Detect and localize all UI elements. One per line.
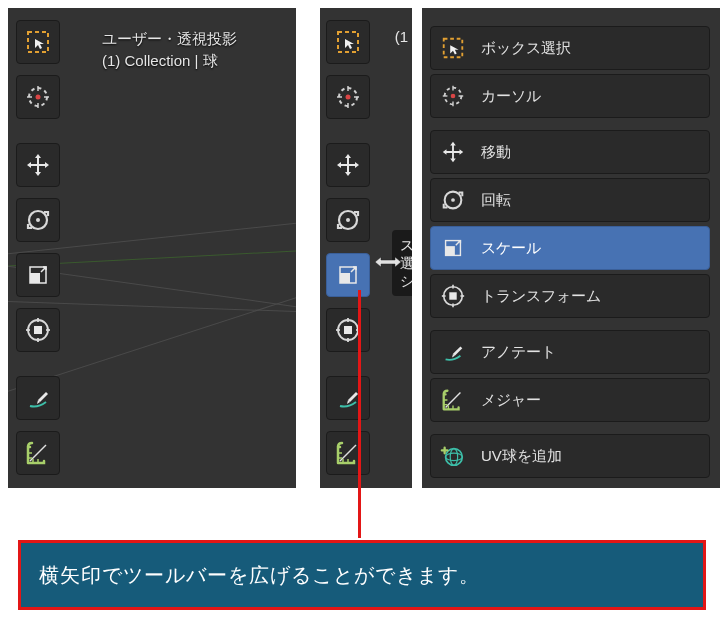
- transform-label: トランスフォーム: [475, 287, 601, 306]
- transform-icon: [431, 274, 475, 318]
- select-icon: [431, 26, 475, 70]
- measure-label: メジャー: [475, 391, 541, 410]
- viewport-panel-narrow: ユーザー・透視投影 (1) Collection | 球: [8, 8, 296, 488]
- scale-tool[interactable]: [326, 253, 370, 297]
- viewport-header-line2: (1) Collection | 球: [102, 50, 237, 72]
- rotate-label: 回転: [475, 191, 511, 210]
- cursor-tool[interactable]: [326, 75, 370, 119]
- transform-tool-row[interactable]: トランスフォーム: [430, 274, 710, 318]
- callout-line: [358, 290, 361, 538]
- measure-icon: [431, 378, 475, 422]
- measure-tool[interactable]: [326, 431, 370, 475]
- annotate-tool[interactable]: [16, 376, 60, 420]
- move-tool[interactable]: [16, 143, 60, 187]
- add-mesh-tool-row[interactable]: UV球を追加: [430, 434, 710, 478]
- cursor-tool-row[interactable]: カーソル: [430, 74, 710, 118]
- rotate-tool[interactable]: [16, 198, 60, 242]
- select-label: ボックス選択: [475, 39, 571, 58]
- rotate-tool[interactable]: [326, 198, 370, 242]
- rotate-icon: [431, 178, 475, 222]
- add-mesh-icon: [431, 434, 475, 478]
- transform-tool[interactable]: [16, 308, 60, 352]
- cursor-label: カーソル: [475, 87, 541, 106]
- move-icon: [431, 130, 475, 174]
- scale-label: スケール: [475, 239, 541, 258]
- toolbar-resizing: [326, 20, 370, 488]
- add-mesh-label: UV球を追加: [475, 447, 562, 466]
- measure-tool[interactable]: [16, 431, 60, 475]
- toolbar-narrow: [16, 20, 60, 488]
- move-label: 移動: [475, 143, 511, 162]
- measure-tool-row[interactable]: メジャー: [430, 378, 710, 422]
- move-tool-row[interactable]: 移動: [430, 130, 710, 174]
- viewport-header-fragment: (1: [395, 28, 408, 45]
- scale-icon: [431, 226, 475, 270]
- annotate-label: アノテート: [475, 343, 556, 362]
- viewport-panel-wide: ボックス選択 カーソル 移動 回転 スケール トランスフォーム アノテート メジ…: [422, 8, 720, 488]
- select-tool[interactable]: [16, 20, 60, 64]
- annotate-tool-row[interactable]: アノテート: [430, 330, 710, 374]
- cursor-tool[interactable]: [16, 75, 60, 119]
- viewport-header-line1: ユーザー・透視投影: [102, 28, 237, 50]
- caption-text: 横矢印でツールバーを広げることができます。: [39, 562, 480, 589]
- viewport-panel-resizing: (1 ス 選 シ: [320, 8, 412, 488]
- viewport-header: ユーザー・透視投影 (1) Collection | 球: [102, 28, 237, 72]
- resize-cursor-icon: [372, 253, 404, 271]
- scale-tool[interactable]: [16, 253, 60, 297]
- move-tool[interactable]: [326, 143, 370, 187]
- annotate-icon: [431, 330, 475, 374]
- transform-tool[interactable]: [326, 308, 370, 352]
- caption-box: 横矢印でツールバーを広げることができます。: [18, 540, 706, 610]
- cursor-icon: [431, 74, 475, 118]
- select-tool-row[interactable]: ボックス選択: [430, 26, 710, 70]
- select-tool[interactable]: [326, 20, 370, 64]
- annotate-tool[interactable]: [326, 376, 370, 420]
- scale-tool-row[interactable]: スケール: [430, 226, 710, 270]
- rotate-tool-row[interactable]: 回転: [430, 178, 710, 222]
